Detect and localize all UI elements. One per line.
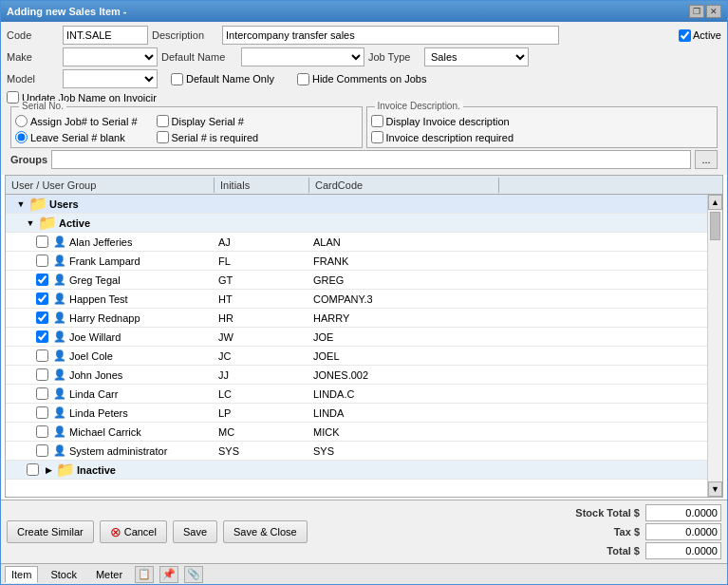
assign-job-label[interactable]: Assign Job# to Serial # bbox=[15, 115, 138, 127]
user-checkbox[interactable] bbox=[36, 255, 48, 267]
user-checkbox[interactable] bbox=[36, 330, 48, 343]
status-icon-btn-2[interactable]: 📌 bbox=[159, 566, 178, 583]
users-group-row: ▼ 📁 Users bbox=[6, 195, 707, 214]
code-label: Code bbox=[7, 29, 59, 41]
user-checkbox[interactable] bbox=[36, 292, 48, 305]
tab-item[interactable]: Item bbox=[5, 566, 38, 583]
user-name: Alan Jefferies bbox=[69, 236, 132, 248]
table-row: 👤 John Jones JJ JONES.002 bbox=[6, 366, 707, 385]
make-select[interactable] bbox=[63, 47, 158, 66]
tax-input[interactable] bbox=[645, 523, 721, 540]
assign-job-radio[interactable] bbox=[15, 115, 28, 127]
create-similar-button[interactable]: Create Similar bbox=[7, 520, 94, 543]
invoice-required-label[interactable]: Invoice description required bbox=[371, 131, 714, 143]
tab-meter[interactable]: Meter bbox=[89, 566, 129, 583]
serial-required-label[interactable]: Serial # is required bbox=[157, 131, 259, 143]
close-button[interactable]: ✕ bbox=[706, 5, 721, 18]
update-job-checkbox[interactable] bbox=[7, 91, 19, 104]
table-row: 👤 Michael Carrick MC MICK bbox=[6, 423, 707, 442]
initials-cell: JC bbox=[215, 349, 309, 363]
leave-blank-radio[interactable] bbox=[15, 131, 28, 143]
active-expand-icon[interactable]: ▼ bbox=[25, 217, 36, 229]
users-expand-icon[interactable]: ▼ bbox=[15, 198, 27, 210]
user-icon: 👤 bbox=[53, 425, 66, 438]
default-name-only-label[interactable]: Default Name Only bbox=[171, 73, 274, 85]
active-checkbox[interactable] bbox=[679, 29, 691, 42]
user-cell: 👤 Linda Peters bbox=[6, 406, 215, 420]
stock-total-input[interactable] bbox=[645, 504, 721, 521]
user-table-container: User / User Group Initials CardCode ▼ 📁 … bbox=[5, 175, 723, 498]
status-icon-btn-3[interactable]: 📎 bbox=[184, 566, 203, 583]
table-row: 👤 Joe Willard JW JOE bbox=[6, 328, 707, 347]
user-checkbox[interactable] bbox=[36, 425, 48, 438]
user-cell: 👤 Happen Test bbox=[6, 292, 215, 306]
cancel-label: Cancel bbox=[124, 526, 157, 538]
default-name-only-checkbox[interactable] bbox=[171, 73, 183, 85]
user-checkbox[interactable] bbox=[36, 311, 48, 324]
scroll-thumb[interactable] bbox=[710, 212, 720, 240]
hide-comments-label[interactable]: Hide Comments on Jobs bbox=[297, 73, 426, 85]
row-update-job: Update Job Name on Invoicir bbox=[7, 91, 721, 104]
model-select[interactable] bbox=[63, 69, 158, 88]
total-row: Total $ bbox=[607, 542, 721, 559]
groups-browse-button[interactable]: ... bbox=[695, 150, 718, 169]
user-icon: 👤 bbox=[53, 255, 66, 267]
form-area: Code Description Active Make Default Nam… bbox=[1, 22, 727, 175]
table-row: 👤 Linda Peters LP LINDA bbox=[6, 404, 707, 423]
leave-blank-label[interactable]: Leave Serial # blank bbox=[15, 131, 138, 143]
inactive-expand-icon[interactable]: ▶ bbox=[43, 464, 54, 476]
user-checkbox[interactable] bbox=[36, 444, 48, 457]
user-cell: 👤 Joel Cole bbox=[6, 349, 215, 363]
user-name: Frank Lampard bbox=[69, 255, 140, 267]
save-button[interactable]: Save bbox=[173, 520, 217, 543]
row-code-description: Code Description Active bbox=[7, 26, 721, 45]
tab-stock[interactable]: Stock bbox=[44, 566, 84, 583]
total-label: Total $ bbox=[607, 545, 640, 557]
inactive-group-row: ▶ 📁 Inactive bbox=[6, 461, 707, 480]
scrollbar[interactable]: ▲ ▼ bbox=[707, 195, 722, 497]
cancel-button[interactable]: ⊗ Cancel bbox=[100, 520, 167, 543]
restore-button[interactable]: ❐ bbox=[689, 5, 704, 18]
display-serial-label[interactable]: Display Serial # bbox=[157, 115, 259, 127]
active-checkbox-group: Active bbox=[679, 29, 721, 42]
status-icon-btn-1[interactable]: 📋 bbox=[135, 566, 154, 583]
total-input[interactable] bbox=[645, 542, 721, 559]
display-invoice-label[interactable]: Display Invoice description bbox=[371, 115, 714, 127]
initials-cell: HT bbox=[215, 292, 309, 306]
bottom-buttons: Create Similar ⊗ Cancel Save Save & Clos… bbox=[1, 500, 727, 563]
user-name: Harry Rednapp bbox=[69, 312, 140, 324]
serial-required-checkbox[interactable] bbox=[157, 131, 169, 143]
active-label[interactable]: Active bbox=[693, 29, 721, 41]
cardcode-cell: MICK bbox=[309, 425, 499, 439]
description-input[interactable] bbox=[222, 26, 559, 45]
user-name: System administrator bbox=[69, 445, 167, 457]
col-header-initials: Initials bbox=[215, 178, 309, 193]
user-cell: 👤 Frank Lampard bbox=[6, 254, 215, 268]
initials-cell: JJ bbox=[215, 368, 309, 382]
code-input[interactable] bbox=[63, 26, 148, 45]
user-checkbox[interactable] bbox=[36, 349, 48, 362]
save-close-button[interactable]: Save & Close bbox=[223, 520, 308, 543]
groups-input[interactable] bbox=[51, 150, 691, 169]
user-checkbox[interactable] bbox=[36, 236, 48, 248]
user-icon: 👤 bbox=[53, 274, 66, 286]
job-type-select[interactable]: Sales bbox=[424, 47, 529, 66]
display-invoice-checkbox[interactable] bbox=[371, 115, 383, 127]
initials-cell: HR bbox=[215, 311, 309, 325]
user-name: Joe Willard bbox=[69, 331, 121, 343]
display-serial-checkbox[interactable] bbox=[157, 115, 169, 127]
default-name-select[interactable] bbox=[241, 47, 364, 66]
invoice-legend: Invoice Description. bbox=[375, 101, 463, 111]
scroll-down-button[interactable]: ▼ bbox=[708, 481, 722, 497]
invoice-required-checkbox[interactable] bbox=[371, 131, 383, 143]
user-checkbox[interactable] bbox=[36, 406, 48, 419]
user-checkbox[interactable] bbox=[36, 368, 48, 381]
user-checkbox[interactable] bbox=[36, 387, 48, 400]
users-group-label: Users bbox=[49, 198, 79, 210]
hide-comments-checkbox[interactable] bbox=[297, 73, 309, 85]
scroll-up-button[interactable]: ▲ bbox=[708, 195, 722, 210]
user-checkbox[interactable] bbox=[36, 274, 48, 286]
table-body: ▼ 📁 Users ▼ 📁 Active bbox=[6, 195, 707, 497]
inactive-group-checkbox[interactable] bbox=[27, 463, 39, 476]
cardcode-cell: SYS bbox=[309, 444, 499, 458]
